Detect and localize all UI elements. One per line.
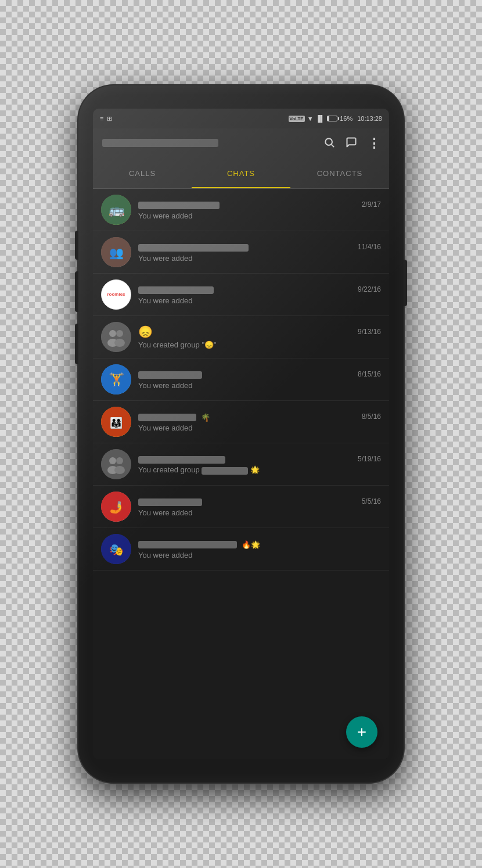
chat-content: 2/9/17 You were added: [138, 200, 381, 220]
volte-badge: VoLTE: [289, 116, 305, 122]
svg-point-19: [114, 466, 125, 474]
search-icon[interactable]: [323, 137, 335, 151]
avatar: [101, 322, 131, 352]
chat-name-row: 5/5/16: [138, 497, 381, 507]
chat-content: 11/4/16 You were added: [138, 242, 381, 263]
chat-item[interactable]: 🤳 5/5/16 You were added: [93, 486, 389, 528]
chat-item[interactable]: 😞 9/13/16 You created group "😞": [93, 316, 389, 358]
chat-name: [138, 242, 249, 252]
chat-name: [138, 200, 220, 210]
wifi-icon: ▼: [307, 115, 314, 122]
chat-date: 2/9/17: [362, 200, 381, 209]
phone-screen: ≡ ⊞ VoLTE ▼ ▐▌ 16% 10:13:28: [93, 109, 389, 759]
roomies-logo: roomies: [107, 292, 125, 297]
svg-point-6: [101, 322, 131, 352]
chat-name: [138, 285, 214, 295]
svg-point-15: [101, 449, 131, 479]
chat-message: You were added: [138, 296, 381, 305]
battery-percent: 16%: [340, 115, 352, 122]
svg-text:👨‍👩‍👧: 👨‍👩‍👧: [110, 417, 123, 429]
chat-date: 5/19/16: [358, 455, 381, 463]
chat-message: You were added: [138, 508, 381, 517]
chat-name-row: 8/15/16: [138, 370, 381, 379]
chat-name: [138, 497, 202, 507]
svg-text:🚌: 🚌: [109, 202, 125, 218]
chat-name-row: 🌴 8/5/16: [138, 412, 381, 422]
svg-text:🤳: 🤳: [109, 500, 124, 514]
svg-point-7: [109, 330, 116, 337]
chat-list: 🚌 2/9/17 You were added: [93, 189, 389, 759]
chat-message: You created group 🌟: [138, 465, 381, 474]
svg-point-10: [114, 339, 125, 347]
chat-name-row: 😞 9/13/16: [138, 325, 381, 339]
app-header: ⋮: [93, 128, 389, 159]
chat-name-row: 🔥🌟: [138, 539, 381, 549]
chat-date: 9/13/16: [358, 328, 381, 336]
image-icon: ⊞: [107, 115, 112, 123]
status-right-area: VoLTE ▼ ▐▌ 16% 10:13:28: [289, 115, 383, 122]
new-chat-fab[interactable]: +: [346, 716, 377, 748]
chat-name: [138, 454, 225, 464]
chat-item[interactable]: 5/19/16 You created group 🌟: [93, 443, 389, 486]
signal-icon: ▐▌: [316, 115, 325, 122]
plus-icon: +: [357, 723, 366, 741]
avatar: roomies: [101, 279, 131, 310]
svg-text:🏋: 🏋: [109, 372, 125, 388]
chat-item[interactable]: 🎭 🔥🌟 You were added: [93, 528, 389, 571]
camera-button[interactable]: [75, 324, 78, 364]
chat-content: 9/22/16 You were added: [138, 285, 381, 305]
header-action-icons: ⋮: [323, 136, 380, 151]
chat-item[interactable]: 👥 11/4/16 You were added: [93, 231, 389, 274]
chat-name: 🌴: [138, 412, 210, 422]
avatar: 👥: [101, 237, 131, 267]
avatar: 🏋: [101, 364, 131, 394]
status-bar: ≡ ⊞ VoLTE ▼ ▐▌ 16% 10:13:28: [93, 109, 389, 128]
chat-message: You were added: [138, 551, 381, 559]
chat-name-row: 11/4/16: [138, 242, 381, 252]
chat-item[interactable]: 🚌 2/9/17 You were added: [93, 189, 389, 231]
avatar: 🎭: [101, 534, 131, 564]
chat-name-row: 9/22/16: [138, 285, 381, 295]
chat-item[interactable]: 🏋 8/15/16 You were added: [93, 358, 389, 401]
chat-name: [138, 370, 202, 379]
chat-content: 🔥🌟 You were added: [138, 539, 381, 559]
chat-item[interactable]: 👨‍👩‍👧 🌴 8/5/16 You were added: [93, 401, 389, 443]
avatar: [101, 449, 131, 479]
chat-message: You were added: [138, 211, 381, 220]
avatar: 🚌: [101, 195, 131, 225]
app-title: [102, 139, 323, 149]
tab-contacts[interactable]: CONTACTS: [290, 159, 389, 188]
notification-icon: ≡: [100, 115, 103, 122]
chat-content: 5/19/16 You created group 🌟: [138, 454, 381, 474]
chat-name: 😞: [138, 325, 153, 339]
chat-name-row: 5/19/16: [138, 454, 381, 464]
volume-down-button[interactable]: [75, 271, 78, 312]
chat-date: 8/15/16: [358, 370, 381, 378]
chat-message: You created group "😞": [138, 340, 381, 349]
chat-item[interactable]: roomies 9/22/16 You were added: [93, 274, 389, 316]
svg-text:🎭: 🎭: [109, 543, 124, 557]
more-options-icon[interactable]: ⋮: [368, 136, 380, 151]
chat-message: You were added: [138, 381, 381, 390]
tab-chats[interactable]: CHATS: [192, 159, 290, 188]
avatar: 🤳: [101, 492, 131, 522]
chat-name: 🔥🌟: [138, 539, 260, 549]
navigation-tabs: CALLS CHATS CONTACTS: [93, 159, 389, 189]
avatar: 👨‍👩‍👧: [101, 407, 131, 437]
svg-line-1: [332, 144, 334, 146]
compose-icon[interactable]: [346, 137, 357, 151]
chat-message: You were added: [138, 254, 381, 263]
status-left-icons: ≡ ⊞: [100, 115, 112, 123]
chat-date: 5/5/16: [362, 497, 381, 505]
chat-date: 8/5/16: [362, 413, 381, 421]
clock: 10:13:28: [357, 115, 382, 122]
svg-point-16: [109, 457, 116, 464]
chat-content: 😞 9/13/16 You created group "😞": [138, 325, 381, 349]
chat-date: 11/4/16: [358, 243, 381, 251]
battery-indicator: [327, 116, 337, 121]
phone-frame: ≡ ⊞ VoLTE ▼ ▐▌ 16% 10:13:28: [78, 85, 404, 783]
svg-point-9: [116, 330, 123, 337]
volume-up-button[interactable]: [75, 231, 78, 260]
svg-text:👥: 👥: [109, 246, 124, 260]
tab-calls[interactable]: CALLS: [93, 159, 192, 188]
